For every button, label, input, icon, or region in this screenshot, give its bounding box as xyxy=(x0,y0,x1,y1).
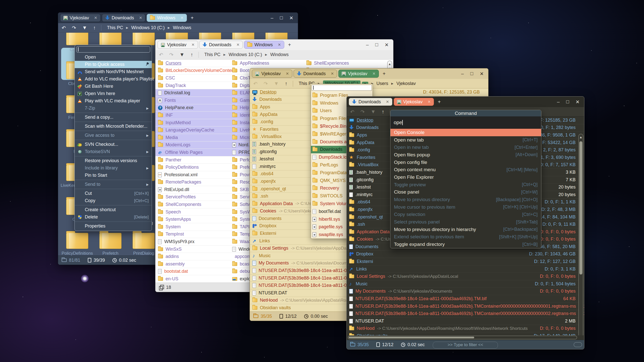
menu-item-7-zip[interactable]: 7-Zip▶ xyxy=(75,105,152,112)
file-row[interactable]: INF xyxy=(155,112,230,119)
minimize-button[interactable]: – xyxy=(557,99,560,105)
menu-item-pin-to-start[interactable]: Pin to Start xyxy=(75,172,152,179)
close-button[interactable]: ✕ xyxy=(385,42,389,48)
file-row[interactable]: Offline Web Pages xyxy=(155,149,230,156)
scroll-up-icon[interactable]: ▲ xyxy=(388,61,392,66)
new-tab-button[interactable]: + xyxy=(380,71,388,77)
menu-item-open-vim-here[interactable]: Open Vim here xyxy=(75,90,152,97)
history-dropdown-button[interactable]: ▼ xyxy=(180,52,185,58)
scroll-up-icon[interactable]: ▲ xyxy=(579,134,583,139)
back-button[interactable]: ↶ xyxy=(159,52,163,58)
palette-item-open-console[interactable]: Open Console xyxy=(390,129,541,136)
file-row[interactable]: Panther xyxy=(155,156,230,164)
palette-item-toggle-preview[interactable]: Toggle preview[Ctrl+Q] xyxy=(390,181,541,189)
palette-item-open-file-explorer[interactable]: Open File Explorer xyxy=(390,173,541,181)
file-row[interactable]: InputMethod xyxy=(155,119,230,127)
file-row[interactable]: LinksD: 0, F: 3, 1 KB xyxy=(347,265,584,273)
menu-item-open[interactable]: Open xyxy=(75,54,152,61)
new-tab-button[interactable]: + xyxy=(188,15,196,21)
file-row[interactable]: NTUSER.DAT{53b39e88-18c4-11ea-a811-000d3… xyxy=(347,295,584,303)
menu-item-git-bash-here[interactable]: Git Bash Here xyxy=(75,83,152,90)
up-button[interactable]: ↑ xyxy=(285,81,287,86)
tab-windows[interactable]: Windows✕ xyxy=(147,14,187,22)
history-dropdown-button[interactable]: ▼ xyxy=(371,109,376,115)
file-row[interactable]: RtlExUpd.dll xyxy=(155,186,230,194)
horizontal-scrollbar[interactable] xyxy=(348,336,577,339)
tab-close-icon[interactable]: ✕ xyxy=(94,16,97,20)
palette-search-input[interactable]: ope xyxy=(390,116,541,129)
file-row[interactable]: ModemLogs xyxy=(155,142,230,149)
history-dropdown-button[interactable]: ▼ xyxy=(82,25,87,31)
type-to-filter[interactable]: >> Type to filter << xyxy=(433,342,498,349)
scroll-thumb[interactable] xyxy=(579,141,582,275)
tab-close-icon[interactable]: ✕ xyxy=(180,16,184,20)
new-tab-button[interactable]: + xyxy=(435,99,443,105)
menu-item-tortoisesvn[interactable]: TortoiseSVN▶ xyxy=(75,148,152,155)
forward-button[interactable]: ↷ xyxy=(72,25,76,31)
breadcrumb-item-this-pc[interactable]: This PC xyxy=(107,25,123,30)
menu-item-add-to-vlc-media-player-s-playlist[interactable]: Add to VLC media player's Playlist xyxy=(75,75,152,83)
forward-button[interactable]: ↷ xyxy=(169,52,174,58)
menu-filter-input[interactable] xyxy=(76,46,150,53)
file-row[interactable]: assembly xyxy=(155,260,230,268)
tab-windows[interactable]: Windows✕ xyxy=(244,41,284,49)
breadcrumb-item-windows-10-c-[interactable]: Windows 10 (C:) xyxy=(229,52,262,57)
menu-item-give-access-to[interactable]: Give access to▶ xyxy=(75,132,152,139)
grid-item[interactable]: Prefetch xyxy=(94,233,127,255)
tab-close-icon[interactable]: ✕ xyxy=(372,71,376,76)
file-row[interactable]: Cursors xyxy=(155,60,230,67)
file-row[interactable]: WMSysPr9.prx xyxy=(155,238,230,246)
file-row[interactable]: System xyxy=(155,223,230,231)
history-dropdown-button[interactable]: ▼ xyxy=(274,81,279,86)
file-row[interactable]: ShellExperiences xyxy=(304,60,378,67)
file-row[interactable]: TempInst xyxy=(155,231,230,238)
file-row[interactable]: DiagTrack xyxy=(155,82,230,89)
back-button[interactable]: ↶ xyxy=(253,81,258,87)
menu-item-properties[interactable]: Properties xyxy=(75,222,152,230)
breadcrumb-item-windows-10-c-[interactable]: Windows 10 (C:) xyxy=(131,25,165,30)
file-row[interactable]: addins xyxy=(155,253,230,260)
menu-item-create-shortcut[interactable]: Create shortcut xyxy=(75,206,152,213)
close-button[interactable]: ✕ xyxy=(576,99,580,105)
tab-downloads[interactable]: Downloads✕ xyxy=(199,41,243,49)
palette-item-select-previous-panel[interactable]: Select previous panel[Shift+Tab] xyxy=(390,218,541,226)
file-row[interactable]: My Documents-> C:\Users\Vjekoslav\Docume… xyxy=(347,288,584,295)
menu-item-play-with-vlc-media-player[interactable]: Play with VLC media player xyxy=(75,97,152,105)
breadcrumb-item-users[interactable]: Users xyxy=(376,81,388,86)
palette-item-toggle-expand-directory[interactable]: Toggle expand directory[Ctrl+B] xyxy=(390,241,541,248)
up-button[interactable]: ↑ xyxy=(382,109,384,115)
menu-item-cut[interactable]: Cut[Ctrl+X] xyxy=(75,190,152,197)
menu-item-scan-with-microsoft-defender-[interactable]: Scan with Microsoft Defender... xyxy=(75,123,152,130)
file-row[interactable]: SystemApps xyxy=(155,216,230,223)
tab-downloads[interactable]: Downloads✕ xyxy=(102,14,146,22)
close-button[interactable]: ✕ xyxy=(289,15,293,21)
breadcrumb-item-this-pc[interactable]: This PC xyxy=(204,52,220,57)
tab-close-icon[interactable]: ✕ xyxy=(386,100,389,104)
file-row[interactable]: AppReadiness xyxy=(230,60,304,67)
palette-item-move-to-previous-directory[interactable]: Move to previous directory[Backspace] [C… xyxy=(390,196,541,203)
palette-item-move-to-previous-directory-in-hierarchy[interactable]: Move to previous directory in hierarchy[… xyxy=(390,226,541,233)
tab-close-icon[interactable]: ✕ xyxy=(236,42,240,47)
file-row[interactable]: NTUSER.DAT2 MB xyxy=(347,318,584,325)
palette-item-move-cursor-to-previous-item[interactable]: Move cursor to previous item[Ctrl+K] [Ct… xyxy=(390,203,541,211)
up-button[interactable]: ↑ xyxy=(93,25,96,31)
tab-close-icon[interactable]: ✕ xyxy=(139,16,142,20)
menu-item-pin-to-quick-access[interactable]: Pin to Quick access xyxy=(75,61,152,68)
file-row[interactable]: HelpPane.exe xyxy=(155,104,230,112)
tab-vjekoslav[interactable]: Vjekoslav✕ xyxy=(157,41,198,49)
file-row[interactable]: CSC xyxy=(155,74,230,82)
menu-item-send-a-copy-[interactable]: Send a copy... xyxy=(75,114,152,121)
up-button[interactable]: ↑ xyxy=(190,52,193,58)
minimize-button[interactable]: – xyxy=(366,42,369,48)
file-row[interactable]: LanguageOverlayCache xyxy=(155,126,230,134)
palette-item-close-panel[interactable]: Close panel[Ctrl+W] xyxy=(390,189,541,196)
file-row[interactable]: Obsidian vaultsD: 17, F: 149, 38 MB xyxy=(347,332,584,335)
file-row[interactable]: Fonts xyxy=(155,97,230,104)
file-row[interactable]: ServiceProfiles xyxy=(155,194,230,201)
menu-item-include-in-library[interactable]: Include in library▶ xyxy=(75,164,152,172)
tab-close-icon[interactable]: ✕ xyxy=(278,42,281,47)
menu-item-restore-previous-versions[interactable]: Restore previous versions xyxy=(75,157,152,164)
forward-button[interactable]: ↷ xyxy=(360,109,365,115)
file-row[interactable]: Professional.xml xyxy=(155,171,230,179)
tab-close-icon[interactable]: ✕ xyxy=(428,100,431,104)
